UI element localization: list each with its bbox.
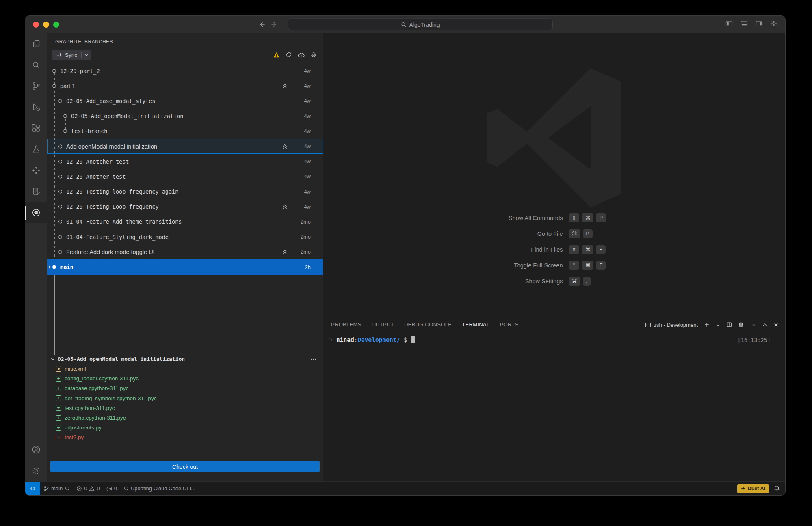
shortcut-keys: ⌘P: [569, 229, 695, 239]
branch-node-icon: [58, 99, 62, 103]
git-branch-icon: [43, 486, 49, 492]
branch-row[interactable]: 12-29-Another_test4w: [47, 169, 323, 184]
warning-icon[interactable]: [273, 52, 280, 58]
shortcut-label: Go to File: [437, 231, 563, 237]
branch-row[interactable]: test-branch4w: [47, 124, 323, 139]
file-row[interactable]: +zerodha.cpython-311.pyc: [47, 413, 323, 423]
minimize-window-button[interactable]: [43, 22, 49, 28]
branch-name: Add openModal modal initialization: [66, 143, 157, 150]
remote-indicator[interactable]: [25, 482, 40, 495]
terminal-prompt-line: ninad:Development/ $: [329, 336, 785, 343]
branch-name: main: [60, 264, 74, 270]
warning-count: 0: [97, 485, 100, 492]
activity-bar-explorer[interactable]: [25, 33, 47, 54]
branch-node-icon: [63, 129, 67, 133]
panel-tab-debug-console[interactable]: DEBUG CONSOLE: [404, 317, 452, 332]
activity-bar-testing[interactable]: [25, 139, 47, 160]
activity-bar-accounts[interactable]: [25, 439, 47, 460]
shortcut-keys: ⌘,: [569, 277, 695, 286]
branch-row[interactable]: 12-29-Anotcher_test4w: [47, 154, 323, 169]
source-control-icon: [31, 81, 41, 91]
panel-tab-problems[interactable]: PROBLEMS: [331, 317, 362, 332]
changes-section-header[interactable]: 02-05-Add_openModal_modal_initialization: [47, 354, 323, 364]
activity-bar-extensions[interactable]: [25, 118, 47, 139]
file-row[interactable]: +adjustments.py: [47, 423, 323, 433]
key-cap: ⌘: [569, 277, 580, 286]
more-actions-icon[interactable]: [310, 356, 317, 362]
file-row[interactable]: +config_loader.cpython-311.pyc: [47, 374, 323, 384]
terminal-session-selector[interactable]: zsh - Development: [645, 322, 698, 328]
file-row[interactable]: +get_trading_symbols.cpython-311.pyc: [47, 393, 323, 403]
gear-icon[interactable]: [310, 52, 317, 58]
branch-row[interactable]: Add openModal modal initialization4w: [47, 139, 323, 154]
new-terminal-icon[interactable]: [704, 322, 710, 328]
branch-row[interactable]: 12-29-Testing_loop_frequency_again4w: [47, 184, 323, 199]
terminal-icon: [645, 322, 651, 328]
double-chevron-up-icon[interactable]: [281, 249, 288, 255]
sync-button[interactable]: Sync: [52, 50, 91, 60]
sync-dropdown-chevron-icon[interactable]: [82, 53, 91, 57]
activity-bar-source-control[interactable]: [25, 75, 47, 97]
activity-bar-search[interactable]: [25, 54, 47, 75]
customize-layout-icon[interactable]: [770, 19, 778, 29]
terminal-dropdown-chevron-icon[interactable]: [716, 323, 720, 327]
panel-more-actions-icon[interactable]: [750, 322, 756, 328]
terminal-view[interactable]: ninad:Development/ $ [16:13:25]: [323, 332, 785, 481]
double-chevron-up-icon[interactable]: [281, 143, 288, 150]
activity-bar-run-debug[interactable]: [25, 97, 47, 118]
branch-row[interactable]: 02-05-Add_base_modal_styles4w: [47, 93, 323, 108]
close-window-button[interactable]: [33, 22, 39, 28]
command-center-search[interactable]: AlgoTrading: [288, 19, 553, 30]
vscode-logo-watermark: [484, 68, 624, 208]
split-terminal-icon[interactable]: [726, 322, 732, 328]
check-out-button[interactable]: Check out: [50, 461, 320, 472]
branch-row[interactable]: 01-04-Feature_Add_theme_transitions2mo: [47, 214, 323, 229]
toggle-panel-icon[interactable]: [740, 19, 748, 29]
sync-button-label: Sync: [65, 52, 77, 58]
toggle-secondary-sidebar-icon[interactable]: [755, 19, 763, 29]
branch-row[interactable]: Feature: Add dark mode toggle UI2mo: [47, 244, 323, 259]
file-row[interactable]: misc.xml: [47, 364, 323, 374]
branch-name: 12-29-part_2: [60, 68, 100, 74]
panel-tab-output[interactable]: OUTPUT: [372, 317, 394, 332]
double-chevron-up-icon[interactable]: [281, 83, 288, 89]
file-row[interactable]: +database.cpython-311.pyc: [47, 384, 323, 393]
refresh-icon[interactable]: [286, 52, 292, 58]
file-row[interactable]: +test.cpython-311.pyc: [47, 403, 323, 413]
status-problems-item[interactable]: 0 0: [73, 482, 103, 495]
status-update-message[interactable]: Updating Cloud Code CLI...: [120, 482, 199, 495]
close-panel-icon[interactable]: [773, 322, 779, 328]
notifications-bell-icon[interactable]: [774, 485, 780, 492]
navigate-back-icon[interactable]: [258, 21, 266, 28]
status-branch-item[interactable]: main: [40, 482, 73, 495]
file-row[interactable]: −test2.py: [47, 433, 323, 442]
zoom-window-button[interactable]: [53, 22, 59, 28]
file-name: misc.xml: [65, 366, 86, 372]
branch-row[interactable]: 12-29-part_24w: [47, 63, 323, 78]
file-name: get_trading_symbols.cpython-311.pyc: [65, 395, 156, 401]
cloud-upload-icon[interactable]: [298, 52, 305, 58]
terminal-timestamp: [16:13:25]: [738, 337, 771, 343]
panel-tab-ports[interactable]: PORTS: [500, 317, 518, 332]
branch-row[interactable]: 02-05-Add_openModal_initialization4w: [47, 109, 323, 124]
search-icon: [31, 60, 41, 70]
added-file-icon: +: [56, 415, 61, 421]
activity-bar-graphite[interactable]: [25, 202, 47, 223]
navigate-forward-icon[interactable]: [271, 21, 278, 28]
branch-row[interactable]: part 14w: [47, 78, 323, 93]
double-chevron-up-icon[interactable]: [281, 203, 288, 210]
command-decoration-icon: [329, 338, 332, 341]
branch-row[interactable]: 01-04-Feature_Styling_dark_mode2mo: [47, 229, 323, 244]
maximize-panel-chevron-up-icon[interactable]: [762, 322, 767, 328]
kill-terminal-trash-icon[interactable]: [738, 322, 744, 328]
branch-row[interactable]: main2h: [47, 259, 323, 274]
activity-bar-cloud-code[interactable]: [25, 160, 47, 181]
toggle-primary-sidebar-icon[interactable]: [725, 19, 733, 29]
duet-ai-badge[interactable]: ✦ Duet AI: [737, 484, 769, 493]
branch-row[interactable]: 12-29-Testing_Loop_frequency4w: [47, 199, 323, 214]
file-name: adjustments.py: [65, 425, 102, 431]
panel-tab-terminal[interactable]: TERMINAL: [462, 317, 489, 332]
activity-bar-settings[interactable]: [25, 460, 47, 481]
status-ports-item[interactable]: 0: [103, 482, 120, 495]
activity-bar-edit-document[interactable]: [25, 181, 47, 202]
